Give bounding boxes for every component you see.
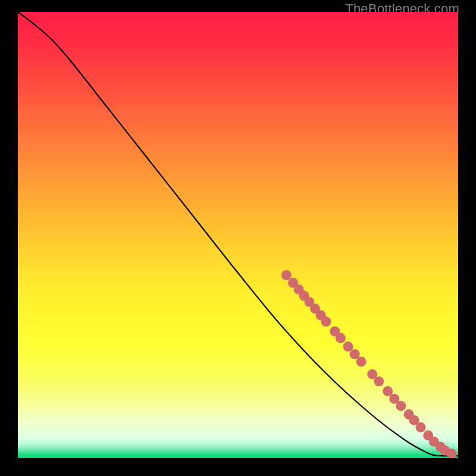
data-point	[350, 349, 360, 359]
data-point	[343, 342, 353, 352]
data-point	[321, 317, 331, 327]
data-point	[356, 357, 367, 367]
plot-area	[18, 12, 458, 458]
data-point	[383, 386, 393, 396]
data-point	[416, 422, 426, 433]
data-point	[374, 377, 384, 387]
chart-svg	[18, 12, 458, 458]
data-point	[336, 333, 346, 343]
data-point	[281, 270, 292, 280]
data-point	[396, 401, 406, 411]
chart-frame: TheBottleneck.com	[0, 0, 476, 476]
